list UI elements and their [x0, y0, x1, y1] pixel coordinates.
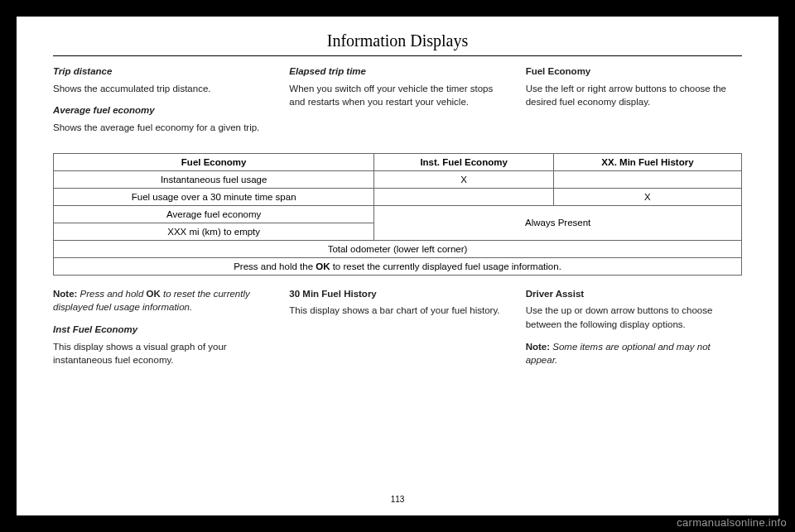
table-row: Fuel usage over a 30 minute time span X — [54, 188, 742, 205]
note-reset: Note: Press and hold OK to reset the cur… — [53, 287, 269, 314]
top-col-2: Elapsed trip time When you switch off yo… — [289, 65, 505, 143]
heading-fuel-economy: Fuel Economy — [526, 65, 742, 79]
title-rule — [53, 55, 742, 56]
para-trip-distance: Shows the accumulated trip distance. — [53, 82, 269, 96]
cell-empty — [374, 188, 554, 205]
heading-avg-fuel: Average fuel economy — [53, 103, 269, 117]
bottom-col-3: Driver Assist Use the up or down arrow b… — [526, 287, 742, 376]
cell-press-hold-ok: Press and hold the OK to reset the curre… — [54, 257, 742, 275]
cell-inst-usage: Instantaneous fuel usage — [54, 170, 374, 188]
table-row: Average fuel economy Always Present — [54, 205, 742, 223]
top-columns: Trip distance Shows the accumulated trip… — [53, 65, 742, 143]
bottom-col-1: Note: Press and hold OK to reset the cur… — [53, 287, 269, 376]
cell-x: X — [553, 188, 741, 205]
para-avg-fuel: Shows the average fuel economy for a giv… — [53, 121, 269, 135]
cell-total-odometer: Total odometer (lower left corner) — [54, 240, 742, 257]
note-optional: Note: Some items are optional and may no… — [526, 340, 742, 367]
table-row: Total odometer (lower left corner) — [54, 240, 742, 257]
bottom-col-2: 30 Min Fuel History This display shows a… — [289, 287, 505, 376]
heading-trip-distance: Trip distance — [53, 65, 269, 79]
text-fragment: Press and hold the — [234, 261, 316, 271]
page-title: Information Displays — [53, 31, 742, 50]
manual-page: Information Displays Trip distance Shows… — [17, 17, 778, 515]
text-fragment: Some items are optional and may not appe… — [526, 342, 711, 366]
ok-bold: OK — [147, 289, 161, 299]
heading-inst-fuel-econ: Inst Fuel Economy — [53, 323, 269, 337]
th-min-history: XX. Min Fuel History — [553, 153, 741, 170]
para-inst-fuel-econ: This display shows a visual graph of you… — [53, 340, 269, 367]
para-30min-history: This display shows a bar chart of your f… — [289, 304, 505, 318]
top-col-3: Fuel Economy Use the left or right arrow… — [526, 65, 742, 143]
th-fuel-economy: Fuel Economy — [54, 153, 374, 170]
ok-bold: OK — [316, 261, 330, 271]
note-label: Note: — [53, 289, 77, 299]
fuel-economy-table: Fuel Economy Inst. Fuel Economy XX. Min … — [53, 153, 742, 276]
cell-x: X — [374, 170, 554, 188]
table-header-row: Fuel Economy Inst. Fuel Economy XX. Min … — [54, 153, 742, 170]
heading-elapsed-trip: Elapsed trip time — [289, 65, 505, 79]
heading-driver-assist: Driver Assist — [526, 287, 742, 301]
cell-avg-fuel: Average fuel economy — [54, 205, 374, 223]
watermark: carmanualsonline.info — [677, 516, 787, 529]
top-col-1: Trip distance Shows the accumulated trip… — [53, 65, 269, 143]
para-fuel-economy: Use the left or right arrow buttons to c… — [526, 82, 742, 109]
cell-30min-usage: Fuel usage over a 30 minute time span — [54, 188, 374, 205]
page-number: 113 — [17, 495, 778, 504]
bottom-columns: Note: Press and hold OK to reset the cur… — [53, 287, 742, 376]
cell-empty — [553, 170, 741, 188]
table-row: Press and hold the OK to reset the curre… — [54, 257, 742, 275]
para-driver-assist: Use the up or down arrow buttons to choo… — [526, 304, 742, 331]
heading-30min-history: 30 Min Fuel History — [289, 287, 505, 301]
cell-mi-to-empty: XXX mi (km) to empty — [54, 223, 374, 240]
note-label: Note: — [526, 342, 550, 352]
cell-always-present: Always Present — [374, 205, 742, 240]
th-inst-fuel: Inst. Fuel Economy — [374, 153, 554, 170]
text-fragment: to reset the currently displayed fuel us… — [330, 261, 561, 271]
text-fragment: Press and hold — [77, 289, 146, 299]
table-row: Instantaneous fuel usage X — [54, 170, 742, 188]
para-elapsed-trip: When you switch off your vehicle the tim… — [289, 82, 505, 109]
